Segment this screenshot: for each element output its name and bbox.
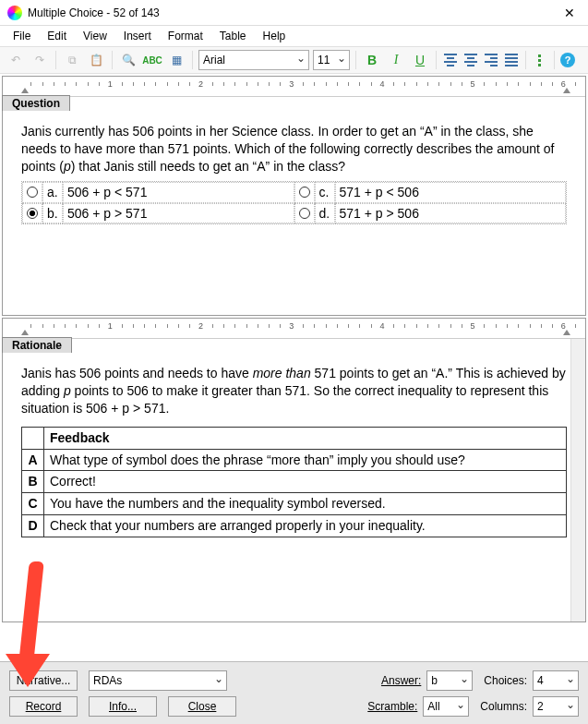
answer-grid: a.506 + p < 571 c.571 + p < 506 b.506 + … bbox=[21, 181, 567, 225]
feedback-b: Correct! bbox=[44, 471, 567, 493]
align-right-icon[interactable] bbox=[483, 52, 499, 68]
scramble-label: Scramble: bbox=[367, 700, 417, 713]
table-icon[interactable]: ▦ bbox=[166, 50, 186, 70]
answer-c[interactable]: 571 + p < 506 bbox=[335, 182, 567, 203]
choices-select[interactable] bbox=[533, 670, 579, 691]
bottom-bar: Narrative... Answer: Choices: Record Inf… bbox=[0, 661, 588, 724]
app-icon bbox=[7, 6, 22, 20]
label-c: c. bbox=[315, 182, 335, 203]
answer-a[interactable]: 506 + p < 571 bbox=[63, 182, 294, 203]
italic-icon[interactable]: I bbox=[386, 50, 406, 70]
rationale-text: Janis has 506 points and needs to have m… bbox=[21, 365, 567, 417]
answer-b[interactable]: 506 + p > 571 bbox=[63, 203, 294, 224]
menu-help[interactable]: Help bbox=[256, 28, 294, 44]
rdas-select[interactable] bbox=[89, 670, 227, 691]
answer-label: Answer: bbox=[381, 674, 421, 687]
menu-view[interactable]: View bbox=[76, 28, 114, 44]
undo-icon[interactable]: ↶ bbox=[6, 50, 26, 70]
question-pane: 123456 Question Janis currently has 506 … bbox=[2, 76, 586, 316]
radio-a[interactable] bbox=[22, 182, 42, 203]
answer-d[interactable]: 571 + p > 506 bbox=[335, 203, 567, 224]
answer-select[interactable] bbox=[426, 670, 473, 691]
close-icon[interactable]: ✕ bbox=[558, 6, 581, 20]
scrollbar[interactable] bbox=[570, 339, 585, 621]
rationale-doc[interactable]: Janis has 506 points and needs to have m… bbox=[3, 339, 585, 621]
copy-icon[interactable]: ⧉ bbox=[62, 50, 82, 70]
label-b: b. bbox=[42, 203, 63, 224]
ruler-top: 123456 bbox=[3, 77, 585, 97]
menu-insert[interactable]: Insert bbox=[116, 28, 159, 44]
columns-select[interactable] bbox=[533, 696, 579, 717]
radio-c[interactable] bbox=[294, 182, 315, 203]
spellcheck-icon[interactable]: ABC bbox=[142, 50, 162, 70]
menubar: File Edit View Insert Format Table Help bbox=[0, 26, 588, 46]
feedback-a: What type of symbol does the phrase “mor… bbox=[44, 449, 567, 471]
menu-edit[interactable]: Edit bbox=[40, 28, 74, 44]
align-center-icon[interactable] bbox=[462, 52, 479, 68]
question-doc[interactable]: Janis currently has 506 points in her Sc… bbox=[3, 97, 585, 315]
ruler-bottom: 123456 bbox=[3, 319, 585, 339]
rationale-pane: 123456 Rationale Janis has 506 points an… bbox=[2, 318, 586, 622]
align-left-icon[interactable] bbox=[442, 52, 459, 68]
feedback-d: Check that your numbers are arranged pro… bbox=[44, 515, 567, 537]
font-select[interactable] bbox=[198, 50, 309, 70]
question-text: Janis currently has 506 points in her Sc… bbox=[21, 123, 567, 175]
feedback-header: Feedback bbox=[44, 427, 567, 449]
label-d: d. bbox=[315, 203, 335, 224]
question-tab[interactable]: Question bbox=[2, 95, 70, 111]
feedback-table: Feedback AWhat type of symbol does the p… bbox=[21, 427, 567, 537]
radio-d[interactable] bbox=[294, 203, 315, 224]
columns-label: Columns: bbox=[480, 700, 527, 713]
window-title: Multiple Choice - 52 of 143 bbox=[28, 6, 558, 19]
scramble-select[interactable] bbox=[423, 696, 469, 717]
underline-icon[interactable]: U bbox=[410, 50, 430, 70]
help-icon[interactable]: ? bbox=[560, 53, 575, 67]
rationale-tab[interactable]: Rationale bbox=[2, 337, 72, 353]
size-select[interactable] bbox=[313, 50, 350, 70]
label-a: a. bbox=[42, 182, 63, 203]
record-button[interactable]: Record bbox=[9, 696, 78, 717]
menu-format[interactable]: Format bbox=[161, 28, 210, 44]
feedback-c: You have the numbers and the inequality … bbox=[44, 493, 567, 515]
list-icon[interactable] bbox=[532, 52, 548, 68]
toolbar: ↶ ↷ ⧉ 📋 🔍 ABC ▦ B I U ? bbox=[0, 46, 588, 74]
redo-icon[interactable]: ↷ bbox=[30, 50, 50, 70]
narrative-button[interactable]: Narrative... bbox=[9, 670, 78, 691]
menu-file[interactable]: File bbox=[6, 28, 38, 44]
info-button[interactable]: Info... bbox=[89, 696, 157, 717]
paste-icon[interactable]: 📋 bbox=[86, 50, 106, 70]
choices-label: Choices: bbox=[484, 674, 527, 687]
radio-b[interactable] bbox=[22, 203, 42, 224]
titlebar: Multiple Choice - 52 of 143 ✕ bbox=[0, 0, 588, 26]
bold-icon[interactable]: B bbox=[362, 50, 382, 70]
search-icon[interactable]: 🔍 bbox=[118, 50, 138, 70]
align-justify-icon[interactable] bbox=[503, 52, 520, 68]
close-button[interactable]: Close bbox=[168, 696, 236, 717]
menu-table[interactable]: Table bbox=[212, 28, 254, 44]
